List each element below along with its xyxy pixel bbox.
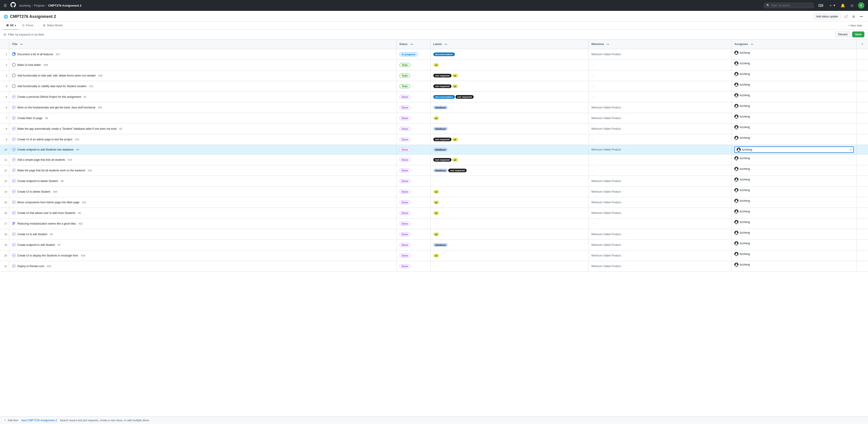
th-labels-more[interactable]: •••	[443, 42, 449, 46]
breadcrumb-projects[interactable]: Projects	[34, 4, 44, 7]
status-cell[interactable]: Todo —	[396, 60, 430, 70]
title-cell[interactable]: Create endpoint to delete Student #8 •••	[9, 176, 396, 187]
assignees-cell[interactable]: kzcheng —	[732, 60, 857, 70]
labels-cell[interactable]: not requiredui —	[430, 70, 588, 81]
milestone-cell[interactable]: —	[588, 155, 732, 165]
assignees-cell[interactable]: kzcheng —	[732, 187, 857, 197]
milestone-cell[interactable]: Minimum Viable Product —	[588, 102, 732, 113]
assignees-cell[interactable]: kzcheng ▾	[732, 145, 857, 155]
assignees-cell[interactable]: kzcheng —	[732, 81, 857, 92]
repo-link[interactable]: repo:CMPT276-Assignment-2	[21, 419, 57, 422]
table-row[interactable]: 16 Create UI that allows user to add mor…	[0, 208, 868, 219]
title-cell[interactable]: Add a simple page that lists all student…	[9, 155, 396, 165]
global-search[interactable]: 🔍 Type / to search	[764, 3, 814, 8]
notifications-button[interactable]: 🔔	[840, 2, 846, 9]
th-status-more[interactable]: •••	[409, 42, 414, 46]
layout-icon-button[interactable]: ⊞	[851, 14, 857, 19]
table-row[interactable]: 15 Move components from Admin page into …	[0, 197, 868, 208]
status-cell[interactable]: Done —	[396, 250, 430, 261]
milestone-cell[interactable]: Minimum Viable Product —	[588, 145, 732, 155]
table-row[interactable]: 19 Create endpoint to edit Student #7 ••…	[0, 240, 868, 250]
status-cell[interactable]: Done —	[396, 92, 430, 102]
assignees-cell[interactable]: kzcheng —	[732, 219, 857, 229]
milestone-cell[interactable]: Minimum Viable Product —	[588, 113, 732, 124]
milestone-cell[interactable]: Minimum Viable Product —	[588, 49, 732, 60]
status-cell[interactable]: Done —	[396, 113, 430, 124]
table-row[interactable]: 17 Reducing modularization seems like a …	[0, 219, 868, 229]
table-scroll[interactable]: Title ••• Status ••• Labels •••	[0, 39, 868, 416]
labels-cell[interactable]: —	[430, 176, 588, 187]
labels-cell[interactable]: databasenot required —	[430, 165, 588, 176]
hamburger-icon[interactable]: ☰	[4, 3, 7, 8]
milestone-cell[interactable]: Minimum Viable Product —	[588, 208, 732, 219]
assignees-cell[interactable]: kzcheng —	[732, 113, 857, 124]
status-cell[interactable]: Done —	[396, 124, 430, 134]
status-cell[interactable]: Done —	[396, 187, 430, 197]
title-cell[interactable]: Create endpoint to add Students into dat…	[9, 145, 396, 155]
status-cell[interactable]: Todo —	[396, 70, 430, 81]
milestone-cell[interactable]: —	[588, 81, 732, 92]
assignees-cell[interactable]: kzcheng —	[732, 176, 857, 187]
labels-cell[interactable]: database —	[430, 102, 588, 113]
status-cell[interactable]: Todo —	[396, 81, 430, 92]
title-cell[interactable]: Create a personal GitHub Project for thi…	[9, 92, 396, 102]
labels-cell[interactable]: not requiredui —	[430, 134, 588, 145]
status-cell[interactable]: Done —	[396, 134, 430, 145]
tab-all-dropdown[interactable]: ▾	[15, 24, 16, 27]
labels-cell[interactable]: database —	[430, 145, 588, 155]
assignees-cell[interactable]: kzcheng —	[732, 250, 857, 261]
milestone-cell[interactable]: Minimum Viable Product —	[588, 124, 732, 134]
assignees-cell[interactable]: kzcheng —	[732, 197, 857, 208]
title-cell[interactable]: Move components from Admin page into Mai…	[9, 197, 396, 208]
table-row[interactable]: 4 Add functionality to validify data inp…	[0, 81, 868, 92]
chart-icon-button[interactable]: 📈	[843, 14, 849, 19]
status-cell[interactable]: Done —	[396, 261, 430, 272]
assignees-cell[interactable]: kzcheng —	[732, 70, 857, 81]
title-cell[interactable]: Create UI to edit Student #6 •••	[9, 229, 396, 240]
terminal-button[interactable]: ⌨	[817, 2, 824, 9]
table-row[interactable]: 14 Create UI to delete Student #20 ••• D…	[0, 187, 868, 197]
assignees-cell[interactable]: kzcheng —	[732, 49, 857, 60]
table-row[interactable]: 13 Create endpoint to delete Student #8 …	[0, 176, 868, 187]
title-cell[interactable]: Make the app automatically create a "Stu…	[9, 124, 396, 134]
title-cell[interactable]: Add functionality to hide add, edit, del…	[9, 70, 396, 81]
title-cell[interactable]: Create UI that allows user to add more S…	[9, 208, 396, 219]
title-cell[interactable]: Deploy to Render.com #23 •••	[9, 261, 396, 272]
issues-button[interactable]: ⊙	[850, 2, 855, 9]
more-options-button[interactable]: •••	[858, 14, 864, 19]
labels-cell[interactable]: ui —	[430, 197, 588, 208]
assignees-cell[interactable]: kzcheng —	[732, 165, 857, 176]
table-row[interactable]: 8 Make the app automatically create a "S…	[0, 124, 868, 134]
milestone-cell[interactable]: —	[588, 219, 732, 229]
milestone-cell[interactable]: Minimum Viable Product —	[588, 187, 732, 197]
th-title-more[interactable]: •••	[19, 42, 24, 46]
status-cell[interactable]: Done —	[396, 155, 430, 165]
title-cell[interactable]: Work on the fundamentals and get the bas…	[9, 102, 396, 113]
labels-cell[interactable]: —	[430, 219, 588, 229]
table-row[interactable]: 11 Add a simple page that lists all stud…	[0, 155, 868, 165]
title-cell[interactable]: Make UI look better #28 •••	[9, 60, 396, 70]
labels-cell[interactable]: ui —	[430, 60, 588, 70]
assignees-cell[interactable]: kzcheng —	[732, 229, 857, 240]
add-button[interactable]: ＋ ▾	[828, 2, 836, 9]
tab-status-board[interactable]: ⊞ Status Board	[40, 22, 65, 30]
milestone-cell[interactable]: Minimum Viable Product —	[588, 197, 732, 208]
status-cell[interactable]: Done —	[396, 208, 430, 219]
status-cell[interactable]: Done —	[396, 165, 430, 176]
edit-dropdown-arrow[interactable]: ▾	[850, 149, 851, 151]
assignees-cell[interactable]: kzcheng —	[732, 102, 857, 113]
assignees-cell[interactable]: kzcheng —	[732, 124, 857, 134]
title-cell[interactable]: Add functionality to validify data input…	[9, 81, 396, 92]
status-cell[interactable]: In progress —	[396, 49, 430, 60]
title-cell[interactable]: Create UI to delete Student #20 •••	[9, 187, 396, 197]
table-row[interactable]: 20 Create UI to display the Students in …	[0, 250, 868, 261]
title-cell[interactable]: Create UI to display the Students in rec…	[9, 250, 396, 261]
status-cell[interactable]: Done —	[396, 240, 430, 250]
title-cell[interactable]: Create UI of an admin page to test the p…	[9, 134, 396, 145]
user-avatar[interactable]: K	[858, 2, 864, 9]
status-cell[interactable]: Done —	[396, 229, 430, 240]
assignees-cell[interactable]: kzcheng —	[732, 261, 857, 272]
milestone-cell[interactable]: Minimum Viable Product —	[588, 250, 732, 261]
assignees-cell[interactable]: kzcheng —	[732, 134, 857, 145]
assignees-cell[interactable]: kzcheng —	[732, 92, 857, 102]
